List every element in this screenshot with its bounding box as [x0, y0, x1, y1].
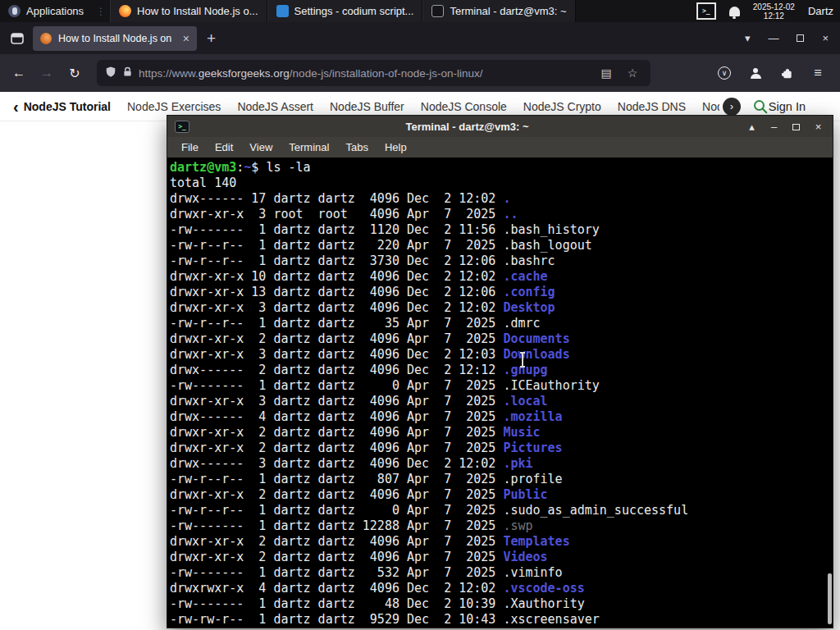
back-button[interactable]: ← — [7, 62, 31, 84]
site-nav-item[interactable]: NodeJS Buffer — [330, 100, 404, 113]
firefox-view-icon[interactable] — [7, 28, 28, 49]
window-minimize-button[interactable]: — — [768, 32, 778, 44]
site-nav-item[interactable]: NodeJS Console — [421, 100, 507, 113]
user-menu[interactable]: Dartz — [808, 5, 833, 17]
file-entry-name: Desktop — [503, 300, 555, 315]
terminal-maximize-button[interactable] — [789, 121, 803, 133]
site-nav-item[interactable]: NodeJS Crypto — [523, 100, 601, 113]
terminal-menu-item[interactable]: File — [173, 139, 207, 156]
url-path: /node-js/installation-of-node-js-on-linu… — [290, 67, 483, 80]
account-icon[interactable] — [743, 62, 768, 84]
browser-tab[interactable]: How to Install Node.js on × — [33, 26, 197, 51]
terminal-total-line: total 140 — [170, 176, 833, 191]
window-maximize-button[interactable] — [797, 32, 804, 44]
bookmark-star-icon[interactable]: ☆ — [623, 62, 642, 84]
terminal-scrollbar-thumb[interactable] — [828, 573, 832, 624]
mouse-text-cursor — [522, 354, 523, 366]
sign-in-button[interactable]: Sign In — [769, 100, 806, 113]
file-entry: -rw-r--r-- 1 dartz dartz 220 Apr 7 2025 … — [170, 238, 833, 253]
prompt-command: ls -la — [266, 160, 310, 175]
reload-button[interactable]: ↻ — [62, 62, 87, 84]
terminal-menu-item[interactable]: Edit — [207, 139, 241, 156]
file-entry-name: .ICEauthority — [503, 378, 599, 393]
file-entry-meta: -rw-rw-r-- 1 dartz dartz 9529 Dec 2 10:4… — [170, 612, 503, 627]
file-entry: drwxr-xr-x 3 dartz dartz 4096 Dec 2 12:0… — [170, 300, 833, 316]
file-entry-name: Templates — [503, 534, 569, 549]
file-entry-name: .bash_history — [503, 222, 599, 237]
file-entry-meta: -rw-r--r-- 1 dartz dartz 0 Apr 7 2025 — [170, 503, 503, 518]
site-nav-item[interactable]: NodeJS Exercises — [127, 100, 221, 113]
file-entry: drwxr-xr-x 10 dartz dartz 4096 Dec 2 12:… — [170, 269, 833, 285]
taskbar-window-button[interactable]: Terminal - dartz@vm3: ~ — [422, 0, 575, 22]
site-nav-item[interactable]: Node — [702, 100, 719, 113]
notification-bell-icon[interactable] — [729, 7, 740, 16]
applications-menu[interactable]: Applications — [0, 0, 92, 22]
taskbar-window-button[interactable]: How to Install Node.js o... — [110, 0, 267, 22]
terminal-shade-button[interactable]: ▴ — [745, 121, 759, 133]
terminal-menu-item[interactable]: View — [241, 139, 281, 156]
site-nav-item[interactable]: NodeJS DNS — [618, 100, 686, 113]
file-entry-name: Music — [503, 425, 540, 440]
site-nav-items: NodeJS Tutorial NodeJS Exercises NodeJS … — [24, 100, 719, 113]
search-icon[interactable] — [752, 98, 769, 115]
new-tab-button[interactable]: + — [197, 30, 226, 48]
file-entry-name: Public — [503, 487, 547, 502]
file-entry-meta: drwx------ 2 dartz dartz 4096 Dec 2 12:1… — [170, 363, 503, 377]
clock[interactable]: 2025-12-02 12:12 — [753, 2, 795, 21]
firefox-toolbar: ← → ↻ https://www.geeksforgeeks.org/node… — [0, 54, 840, 92]
file-entry-name: .bash_logout — [503, 238, 591, 253]
forward-button[interactable]: → — [34, 62, 59, 84]
file-entry: -rw-r--r-- 1 dartz dartz 0 Apr 7 2025 .s… — [170, 503, 833, 518]
file-entry-meta: drwxr-xr-x 3 dartz dartz 4096 Dec 2 12:0… — [170, 300, 503, 315]
file-entry-name: Documents — [503, 331, 569, 346]
terminal-menu-item[interactable]: Terminal — [281, 139, 337, 156]
nav-next-circle-icon[interactable]: › — [723, 98, 741, 116]
file-entry-name: .gnupg — [503, 363, 547, 377]
tray-terminal-icon[interactable]: >_ — [696, 2, 716, 20]
window-close-button[interactable]: × — [822, 32, 829, 44]
file-entry-meta: -rw------- 1 dartz dartz 1120 Dec 2 11:5… — [170, 222, 503, 237]
terminal-output[interactable]: dartz@vm3:~$ ls -la total 140 drwx------… — [167, 158, 833, 628]
terminal-maximize-icon — [792, 124, 800, 130]
file-entry-meta: -rw------- 1 dartz dartz 532 Apr 7 2025 — [170, 565, 503, 580]
file-entry-meta: drwxr-xr-x 10 dartz dartz 4096 Dec 2 12:… — [170, 269, 503, 284]
file-entry-name: .local — [503, 394, 547, 409]
url-text: https://www.geeksforgeeks.org/node-js/in… — [139, 67, 590, 80]
pocket-icon[interactable]: ∨ — [712, 62, 737, 84]
file-entry-name: .bashrc — [503, 253, 555, 268]
window-icon — [431, 5, 444, 17]
extensions-icon[interactable] — [774, 62, 799, 84]
file-entry-name: .pki — [503, 456, 532, 471]
tab-close-icon[interactable]: × — [181, 32, 189, 45]
file-entry: -rw-rw-r-- 1 dartz dartz 9529 Dec 2 10:4… — [170, 612, 833, 628]
file-entry: drwx------ 17 dartz dartz 4096 Dec 2 12:… — [170, 191, 833, 207]
terminal-menu-item[interactable]: Tabs — [337, 139, 376, 156]
prompt-colon: : — [236, 160, 244, 175]
file-entry-meta: drwxr-xr-x 13 dartz dartz 4096 Dec 2 12:… — [170, 285, 503, 299]
file-entry: -rw-r--r-- 1 dartz dartz 35 Apr 7 2025 .… — [170, 316, 833, 331]
terminal-minimize-button[interactable]: – — [767, 121, 781, 133]
taskbar-window-button[interactable]: Settings - codium script... — [267, 0, 423, 22]
file-entry: -rw------- 1 dartz dartz 12288 Apr 7 202… — [170, 518, 833, 534]
terminal-titlebar[interactable]: >_ Terminal - dartz@vm3: ~ ▴ – × — [167, 116, 833, 137]
nav-back-chevron-icon[interactable]: ‹ — [13, 98, 19, 115]
site-nav-item[interactable]: NodeJS Tutorial — [24, 100, 111, 113]
connection-lock-icon[interactable] — [123, 66, 132, 80]
window-controls: ▾ — × — [745, 32, 833, 44]
terminal-close-button[interactable]: × — [811, 121, 825, 133]
url-bar[interactable]: https://www.geeksforgeeks.org/node-js/in… — [97, 60, 651, 86]
tab-title: How to Install Node.js on — [58, 33, 175, 44]
file-entry: drwx------ 3 dartz dartz 4096 Dec 2 12:0… — [170, 456, 833, 472]
terminal-file-list: drwx------ 17 dartz dartz 4096 Dec 2 12:… — [170, 191, 833, 628]
reader-mode-icon[interactable]: ▤ — [596, 62, 616, 84]
prompt-path: ~ — [244, 160, 251, 175]
site-nav-item[interactable]: NodeJS Assert — [237, 100, 313, 113]
tracking-protection-shield-icon[interactable] — [105, 66, 116, 81]
file-entry-meta: drwx------ 17 dartz dartz 4096 Dec 2 12:… — [170, 191, 503, 206]
menu-hamburger-icon[interactable]: ≡ — [806, 62, 830, 84]
file-entry: -rw------- 1 dartz dartz 1120 Dec 2 11:5… — [170, 222, 833, 238]
file-entry-name: .xscreensaver — [503, 612, 599, 627]
file-entry-meta: drwxr-xr-x 2 dartz dartz 4096 Apr 7 2025 — [170, 441, 503, 455]
list-tabs-icon[interactable]: ▾ — [745, 32, 751, 44]
terminal-menu-item[interactable]: Help — [377, 139, 415, 156]
